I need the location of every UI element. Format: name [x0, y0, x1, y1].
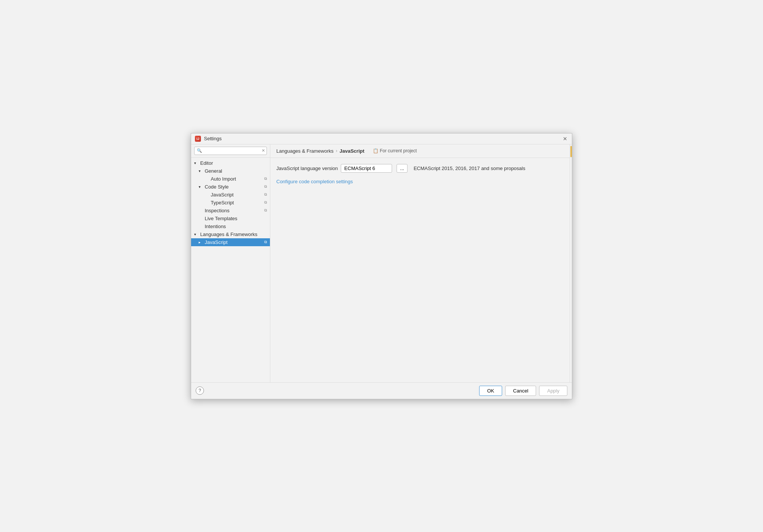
main-panel: Languages & Frameworks › JavaScript 📋 Fo…: [270, 144, 570, 382]
version-description: ECMAScript 2015, 2016, 2017 and some pro…: [414, 166, 525, 171]
sidebar-item-general[interactable]: ▾ General: [191, 167, 270, 175]
chevron-down-icon: ▾: [199, 169, 203, 173]
titlebar-left: IJ Settings: [195, 136, 222, 142]
inspections-label: Inspections: [205, 208, 230, 213]
sidebar-item-javascript-cs[interactable]: ▸ JavaScript ⧉: [191, 191, 270, 199]
app-icon: IJ: [195, 136, 201, 142]
language-version-row: JavaScript language version ECMAScript 6…: [276, 164, 564, 173]
version-ellipsis-button[interactable]: ...: [397, 164, 408, 173]
cancel-button[interactable]: Cancel: [505, 386, 536, 396]
for-project-label: For current project: [380, 148, 417, 153]
titlebar: IJ Settings ✕: [191, 133, 572, 144]
general-label: General: [205, 168, 222, 174]
sidebar-item-lang-frameworks[interactable]: ▾ Languages & Frameworks: [191, 230, 270, 238]
settings-dialog: IJ Settings ✕ 🔍 es6 ✕ ▾ Editor: [191, 133, 572, 399]
chevron-right-icon: ▸: [199, 240, 203, 244]
scroll-thumb: [570, 146, 572, 157]
sidebar-item-code-style[interactable]: ▾ Code Style ⧉: [191, 183, 270, 191]
typescript-cs-label: TypeScript: [211, 200, 234, 205]
project-icon: 📋: [373, 148, 378, 153]
intentions-label: Intentions: [205, 224, 226, 229]
breadcrumb-parent: Languages & Frameworks: [276, 148, 334, 154]
version-select[interactable]: ECMAScript 6 ECMAScript 5 ECMAScript 201…: [341, 164, 392, 173]
copy-icon: ⧉: [264, 200, 267, 205]
bottom-bar: ? OK Cancel Apply: [191, 382, 572, 399]
apply-button[interactable]: Apply: [539, 386, 567, 396]
lang-version-label: JavaScript language version: [276, 166, 338, 171]
dialog-title: Settings: [204, 136, 222, 141]
help-button[interactable]: ?: [196, 386, 204, 395]
sidebar-item-editor[interactable]: ▾ Editor: [191, 159, 270, 167]
help-icon: ?: [199, 388, 201, 393]
copy-icon: ⧉: [264, 192, 267, 197]
panel-header: Languages & Frameworks › JavaScript 📋 Fo…: [270, 144, 570, 158]
auto-import-label: Auto Import: [211, 176, 236, 182]
editor-label: Editor: [200, 160, 213, 166]
copy-icon: ⧉: [264, 208, 267, 213]
chevron-down-icon: ▾: [194, 161, 199, 165]
sidebar-item-inspections[interactable]: ▸ Inspections ⧉: [191, 207, 270, 215]
copy-icon: ⧉: [264, 240, 267, 244]
search-icon: 🔍: [197, 148, 202, 153]
chevron-down-icon: ▾: [194, 232, 199, 236]
configure-link-row: Configure code completion settings: [276, 179, 564, 184]
scroll-indicator: [570, 144, 572, 382]
sidebar-item-javascript-lf[interactable]: ▸ JavaScript ⧉: [191, 238, 270, 246]
sidebar-item-typescript-cs[interactable]: ▸ TypeScript ⧉: [191, 199, 270, 207]
javascript-lf-label: JavaScript: [205, 239, 228, 245]
dialog-content: 🔍 es6 ✕ ▾ Editor ▾ General: [191, 144, 572, 382]
sidebar: 🔍 es6 ✕ ▾ Editor ▾ General: [191, 144, 270, 382]
sidebar-item-live-templates[interactable]: ▸ Live Templates: [191, 215, 270, 222]
live-templates-label: Live Templates: [205, 216, 237, 221]
for-current-project-button[interactable]: 📋 For current project: [373, 148, 417, 153]
breadcrumb-current: JavaScript: [340, 148, 365, 154]
clear-search-button[interactable]: ✕: [262, 148, 265, 153]
close-button[interactable]: ✕: [562, 136, 568, 142]
sidebar-item-auto-import[interactable]: ▸ Auto Import ⧉: [191, 175, 270, 183]
panel-content: JavaScript language version ECMAScript 6…: [270, 158, 570, 382]
configure-link[interactable]: Configure code completion settings: [276, 179, 353, 184]
breadcrumb: Languages & Frameworks › JavaScript: [276, 148, 365, 154]
version-select-wrap: ECMAScript 6 ECMAScript 5 ECMAScript 201…: [341, 164, 392, 173]
search-wrap: 🔍 es6 ✕: [194, 147, 267, 155]
sidebar-item-intentions[interactable]: ▸ Intentions: [191, 222, 270, 230]
settings-tree: ▾ Editor ▾ General ▸ Auto Import ⧉ ▾ Co: [191, 158, 270, 382]
code-style-label: Code Style: [205, 184, 229, 190]
copy-icon: ⧉: [264, 184, 267, 189]
chevron-down-icon: ▾: [199, 185, 203, 189]
search-input[interactable]: es6: [204, 148, 260, 153]
copy-icon: ⧉: [264, 176, 267, 181]
breadcrumb-separator: ›: [336, 148, 337, 153]
ok-button[interactable]: OK: [479, 386, 502, 396]
javascript-cs-label: JavaScript: [211, 192, 234, 198]
lang-frameworks-label: Languages & Frameworks: [200, 232, 257, 237]
search-box: 🔍 es6 ✕: [191, 144, 270, 158]
